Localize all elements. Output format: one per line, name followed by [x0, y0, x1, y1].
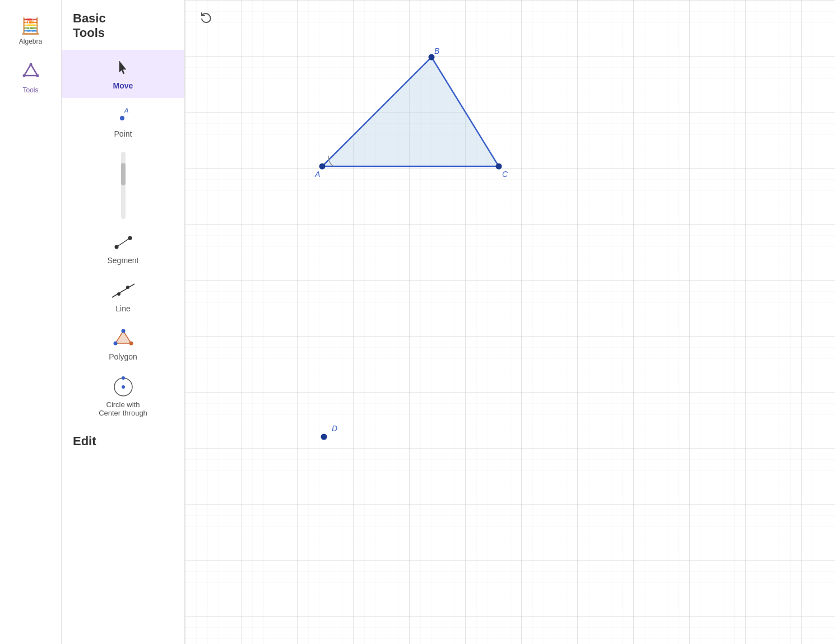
scrollbar-thumb[interactable]	[121, 163, 126, 185]
tools-panel: BasicTools Move A Point	[62, 0, 185, 644]
main-canvas-svg[interactable]: A B C D	[185, 0, 835, 644]
point-c[interactable]	[496, 164, 502, 170]
move-tool[interactable]: Move	[62, 50, 184, 98]
svg-point-13	[121, 329, 125, 333]
algebra-nav-item[interactable]: 🧮 Algebra	[6, 11, 56, 51]
calculator-icon: 🧮	[21, 17, 40, 35]
circle-center-through-tool[interactable]: Circle withCenter through	[62, 369, 184, 425]
point-tool[interactable]: A Point	[62, 98, 184, 146]
svg-line-11	[112, 284, 134, 297]
tools-icon	[22, 62, 40, 84]
icon-bar: 🧮 Algebra Tools	[0, 0, 62, 644]
svg-point-5	[120, 116, 124, 120]
label-c: C	[502, 170, 508, 179]
point-b[interactable]	[429, 54, 435, 60]
label-b: B	[434, 46, 439, 55]
scrollbar-track[interactable]	[121, 152, 126, 219]
circle-center-through-icon	[111, 377, 136, 397]
label-d: D	[332, 424, 337, 433]
scroll-area	[62, 146, 184, 225]
polygon-icon	[111, 329, 136, 349]
svg-point-15	[129, 341, 133, 345]
move-icon	[117, 58, 129, 78]
line-label: Line	[115, 304, 130, 313]
canvas-area: A B C D	[185, 0, 835, 644]
point-a[interactable]	[319, 164, 326, 170]
svg-marker-0	[24, 64, 38, 76]
polygon-tool[interactable]: Polygon	[62, 321, 184, 369]
tools-label: Tools	[22, 86, 38, 94]
svg-point-14	[113, 341, 117, 345]
segment-label: Segment	[107, 256, 138, 265]
svg-point-1	[29, 63, 32, 66]
svg-point-2	[22, 74, 25, 77]
segment-icon	[111, 232, 136, 253]
svg-line-8	[117, 238, 130, 247]
point-label: Point	[114, 129, 132, 138]
tools-nav-item[interactable]: Tools	[6, 57, 56, 100]
line-icon	[111, 281, 136, 301]
svg-point-17	[122, 385, 125, 389]
undo-button[interactable]	[196, 8, 216, 28]
basic-tools-header: BasicTools	[62, 11, 184, 50]
svg-point-18	[122, 376, 125, 380]
toolbar-top	[196, 8, 216, 28]
point-icon: A	[111, 106, 136, 126]
circle-center-through-label: Circle withCenter through	[99, 400, 147, 417]
svg-text:A: A	[124, 107, 128, 114]
line-tool[interactable]: Line	[62, 273, 184, 321]
label-a: A	[314, 170, 320, 179]
svg-point-3	[36, 74, 39, 77]
move-label: Move	[113, 81, 133, 90]
algebra-label: Algebra	[19, 38, 42, 45]
polygon-label: Polygon	[109, 352, 137, 361]
point-d[interactable]	[321, 434, 327, 440]
segment-tool[interactable]: Segment	[62, 225, 184, 273]
edit-header: Edit	[62, 425, 184, 453]
grid-background	[185, 0, 835, 644]
